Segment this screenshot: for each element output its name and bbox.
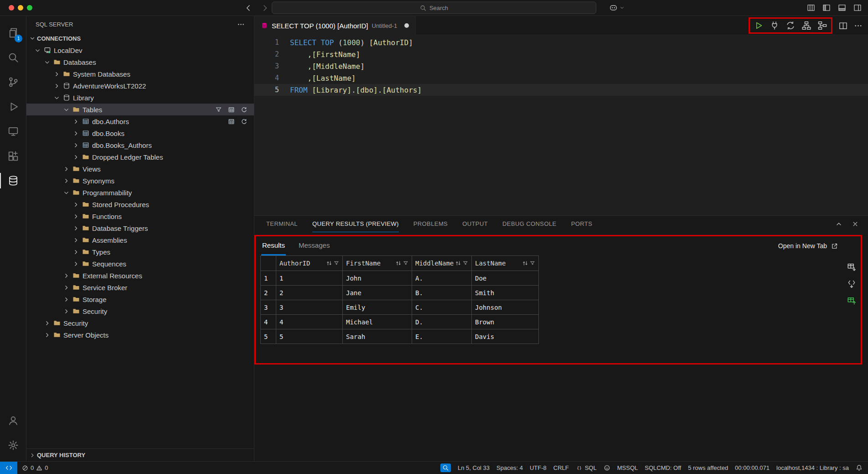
filter-icon[interactable] (530, 260, 535, 266)
grid-cell[interactable]: Brown (472, 315, 539, 329)
grid-cell[interactable]: 3 (276, 300, 343, 315)
activity-item-run-and-debug[interactable] (0, 94, 26, 119)
chevron-right-icon[interactable] (62, 284, 71, 291)
status-sqlcmd-mode[interactable]: SQLCMD: Off (645, 464, 681, 471)
grid-cell[interactable]: Smith (472, 286, 539, 300)
tree-item-views[interactable]: Views (26, 163, 254, 175)
chevron-right-icon[interactable] (62, 166, 71, 172)
code-line-4[interactable]: 4 ,[LastName] (254, 72, 868, 84)
grid-row-number[interactable]: 3 (261, 300, 276, 315)
toolbar-actual-plan-button[interactable] (818, 21, 827, 30)
layout-columns-button[interactable] (807, 4, 815, 12)
toolbar-disconnect-button[interactable] (770, 21, 779, 30)
tree-item-security[interactable]: Security (26, 305, 254, 317)
tree-item-assemblies[interactable]: Assemblies (26, 234, 254, 246)
grid-cell[interactable]: B. (412, 286, 472, 300)
filter-icon[interactable] (334, 260, 339, 266)
grid-cell[interactable]: A. (412, 271, 472, 286)
toolbar-more-actions-button[interactable] (854, 21, 863, 30)
tree-item-databases[interactable]: Databases (26, 56, 254, 68)
grid-cell[interactable]: Emily (343, 300, 412, 315)
panel-tab-output[interactable]: OUTPUT (462, 216, 488, 232)
editor-tab[interactable]: SELECT TOP (1000) [AuthorID] Untitled-1 (254, 16, 416, 35)
activity-item-sql-server[interactable] (0, 168, 26, 193)
problems-indicator[interactable]: 0 0 (22, 464, 48, 471)
code-line-3[interactable]: 3 ,[MiddleName] (254, 60, 868, 72)
refresh-icon[interactable] (241, 106, 248, 113)
chevron-right-icon[interactable] (71, 237, 81, 244)
tree-item-dbo-authors[interactable]: dbo.Authors (26, 115, 254, 127)
chevron-right-icon[interactable] (71, 130, 81, 137)
toggle-secondary-sidebar-button[interactable] (853, 4, 862, 12)
tree-item-synonyms[interactable]: Synonyms (26, 175, 254, 187)
chevron-right-icon[interactable] (42, 332, 52, 339)
grid-cell[interactable]: Michael (343, 315, 412, 329)
close-window-button[interactable] (9, 5, 14, 10)
status-cursor-position[interactable]: Ln 5, Col 33 (458, 464, 490, 471)
tree-item-stored-procedures[interactable]: Stored Procedures (26, 198, 254, 210)
grid-cell[interactable]: E. (412, 329, 472, 344)
filter-icon[interactable] (403, 260, 408, 266)
connections-section-header[interactable]: CONNECTIONS (26, 32, 254, 44)
panel-tab-ports[interactable]: PORTS (571, 216, 593, 232)
tree-item-security[interactable]: Security (26, 317, 254, 329)
status-mssql-provider[interactable]: MSSQL (617, 464, 638, 471)
grid-cell[interactable]: Davis (472, 329, 539, 344)
sort-icon[interactable] (522, 260, 528, 266)
activity-item-source-control[interactable] (0, 70, 26, 94)
filter-icon[interactable] (463, 260, 468, 266)
status-notifications[interactable] (856, 464, 863, 471)
tree-item-types[interactable]: Types (26, 246, 254, 258)
chevron-right-icon[interactable] (62, 308, 71, 315)
grid-cell[interactable]: 4 (276, 315, 343, 329)
code-line-2[interactable]: 2 ,[FirstName] (254, 48, 868, 60)
code-line-5[interactable]: 5FROM [Library].[dbo].[Authors] (254, 84, 868, 96)
chevron-down-icon[interactable] (52, 94, 62, 101)
grid-cell[interactable]: 1 (276, 271, 343, 286)
grid-row-number[interactable]: 4 (261, 315, 276, 329)
chevron-right-icon[interactable] (62, 296, 71, 303)
status-query-duration[interactable]: 00:00:00.071 (735, 464, 770, 471)
sidebar-more-actions-button[interactable] (237, 21, 245, 28)
tree-item-dbo-books[interactable]: dbo.Books (26, 127, 254, 139)
tree-item-localdev[interactable]: LocalDev (26, 44, 254, 56)
grid-cell[interactable]: Johnson (472, 300, 539, 315)
grid-row-number[interactable]: 1 (261, 271, 276, 286)
table-grid-icon[interactable] (228, 118, 235, 125)
sort-icon[interactable] (455, 260, 461, 266)
grid-cell[interactable]: Sarah (343, 329, 412, 344)
results-tab-results[interactable]: Results (261, 236, 286, 255)
chevron-right-icon[interactable] (42, 320, 52, 327)
tree-item-server-objects[interactable]: Server Objects (26, 329, 254, 341)
results-tab-messages[interactable]: Messages (298, 236, 331, 255)
chevron-right-icon[interactable] (71, 154, 81, 161)
tree-item-programmability[interactable]: Programmability (26, 187, 254, 198)
status-connection-info[interactable]: localhost,1434 : Library : sa (776, 464, 849, 471)
status-eol-sequence[interactable]: CRLF (553, 464, 569, 471)
chevron-right-icon[interactable] (71, 260, 81, 267)
refresh-icon[interactable] (241, 118, 248, 125)
panel-tab-debug-console[interactable]: DEBUG CONSOLE (502, 216, 557, 232)
grid-column-header-middlename[interactable]: MiddleName (412, 256, 472, 271)
save-as-csv-button[interactable] (847, 263, 856, 272)
grid-cell[interactable]: John (343, 271, 412, 286)
toggle-panel-button[interactable] (838, 4, 846, 12)
status-language-status[interactable] (604, 464, 610, 471)
toolbar-estimated-plan-button[interactable] (802, 21, 811, 30)
chevron-down-icon[interactable] (62, 106, 71, 113)
grid-cell[interactable]: 2 (276, 286, 343, 300)
tree-item-dropped-ledger-tables[interactable]: Dropped Ledger Tables (26, 151, 254, 163)
grid-row-number[interactable]: 5 (261, 329, 276, 344)
table-grid-icon[interactable] (228, 106, 235, 113)
minimize-window-button[interactable] (18, 5, 23, 10)
activity-item-settings[interactable] (0, 433, 26, 458)
tree-item-dbo-books-authors[interactable]: dbo.Books_Authors (26, 139, 254, 151)
chevron-right-icon[interactable] (52, 83, 62, 89)
chevron-right-icon[interactable] (71, 225, 81, 232)
query-history-section-header[interactable]: QUERY HISTORY (26, 448, 254, 461)
activity-item-accounts[interactable] (0, 408, 26, 433)
go-back-button[interactable] (244, 4, 252, 12)
remote-indicator[interactable] (0, 462, 17, 474)
tree-item-adventureworkslt2022[interactable]: AdventureWorksLT2022 (26, 80, 254, 92)
editor-code[interactable]: 1SELECT TOP (1000) [AuthorID]2 ,[FirstNa… (254, 35, 868, 215)
